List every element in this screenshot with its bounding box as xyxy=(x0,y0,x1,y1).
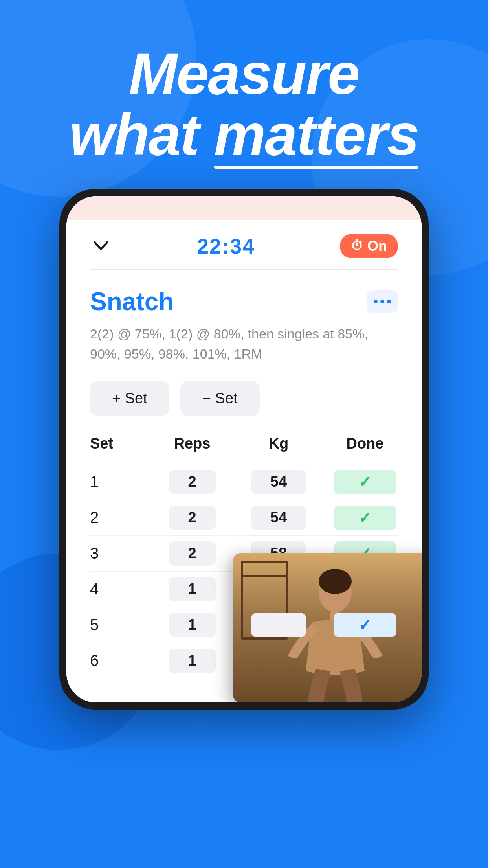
workout-timer: 22:34 xyxy=(197,234,255,258)
reps-cell[interactable]: 1 xyxy=(149,577,235,601)
kg-cell[interactable]: 54 xyxy=(235,470,322,494)
kg-cell[interactable] xyxy=(235,613,322,637)
kg-cell[interactable]: 54 xyxy=(235,506,322,530)
table-row: 5 1 ✓ xyxy=(90,607,398,643)
reps-cell[interactable]: 2 xyxy=(149,506,235,530)
timer-icon: ⏱ xyxy=(351,239,363,253)
kg-input[interactable]: 54 xyxy=(251,506,306,530)
set-number: 2 xyxy=(90,509,149,526)
headline-underline-word: matters xyxy=(214,104,419,165)
table-header: Set Reps Kg Done xyxy=(90,435,398,460)
more-options-button[interactable] xyxy=(367,290,398,313)
checkmark-icon: ✓ xyxy=(358,616,372,634)
reps-input[interactable]: 1 xyxy=(169,649,216,673)
headline-line2: what matters xyxy=(0,104,488,165)
add-set-button[interactable]: + Set xyxy=(90,381,169,416)
headline-section: Measure what matters xyxy=(0,0,488,189)
done-button[interactable]: ✓ xyxy=(334,470,396,494)
dot3 xyxy=(387,300,391,303)
checkmark-icon: ✓ xyxy=(358,473,372,491)
exercise-title: Snatch xyxy=(90,287,174,316)
reps-input[interactable]: 2 xyxy=(169,506,216,530)
phone-screen: 22:34 ⏱ On Snatch 2(2) @ 75% xyxy=(66,196,422,702)
reps-input[interactable]: 1 xyxy=(169,577,216,601)
done-cell[interactable]: ✓ xyxy=(322,613,408,637)
reps-cell[interactable]: 1 xyxy=(149,613,235,637)
table-row: 1 2 54 ✓ xyxy=(90,464,398,500)
reps-cell[interactable]: 2 xyxy=(149,541,235,566)
pink-status-bar xyxy=(66,196,422,220)
kg-input[interactable] xyxy=(251,613,306,637)
checkmark-icon: ✓ xyxy=(358,509,372,527)
col-done: Done xyxy=(322,435,408,452)
reps-cell[interactable]: 1 xyxy=(149,649,235,673)
col-set: Set xyxy=(90,435,149,452)
reps-input[interactable]: 2 xyxy=(169,541,216,566)
svg-point-2 xyxy=(319,569,352,594)
headline-text: Measure what matters xyxy=(0,43,488,166)
kg-input[interactable]: 54 xyxy=(251,470,306,494)
reps-input[interactable]: 2 xyxy=(169,470,216,494)
done-cell[interactable]: ✓ xyxy=(322,470,408,494)
set-buttons-row: + Set − Set xyxy=(90,381,398,435)
timer-on-badge[interactable]: ⏱ On xyxy=(340,234,398,258)
dot1 xyxy=(374,300,378,303)
table-row: 2 2 54 ✓ xyxy=(90,500,398,536)
exercise-description: 2(2) @ 75%, 1(2) @ 80%, then singles at … xyxy=(90,324,398,381)
reps-input[interactable]: 1 xyxy=(169,613,216,637)
headline-line1: Measure xyxy=(0,43,488,104)
reps-cell[interactable]: 2 xyxy=(149,470,235,494)
exercise-row: Snatch xyxy=(90,270,398,324)
set-number: 3 xyxy=(90,544,149,562)
back-button[interactable] xyxy=(90,238,112,254)
col-kg: Kg xyxy=(235,435,322,452)
on-label: On xyxy=(367,238,387,254)
done-button[interactable]: ✓ xyxy=(334,613,396,637)
phone-frame: 22:34 ⏱ On Snatch 2(2) @ 75% xyxy=(59,189,429,710)
app-header: 22:34 ⏱ On xyxy=(90,220,398,270)
app-content: 22:34 ⏱ On Snatch 2(2) @ 75% xyxy=(66,220,422,702)
done-button[interactable]: ✓ xyxy=(334,506,396,530)
set-number: 1 xyxy=(90,473,149,491)
set-number: 5 xyxy=(90,616,149,634)
done-cell[interactable]: ✓ xyxy=(322,506,408,530)
remove-set-button[interactable]: − Set xyxy=(180,381,260,416)
set-number: 6 xyxy=(90,652,149,669)
set-number: 4 xyxy=(90,580,149,598)
phone-container: 22:34 ⏱ On Snatch 2(2) @ 75% xyxy=(0,189,488,710)
dot2 xyxy=(380,300,384,303)
col-reps: Reps xyxy=(149,435,235,452)
